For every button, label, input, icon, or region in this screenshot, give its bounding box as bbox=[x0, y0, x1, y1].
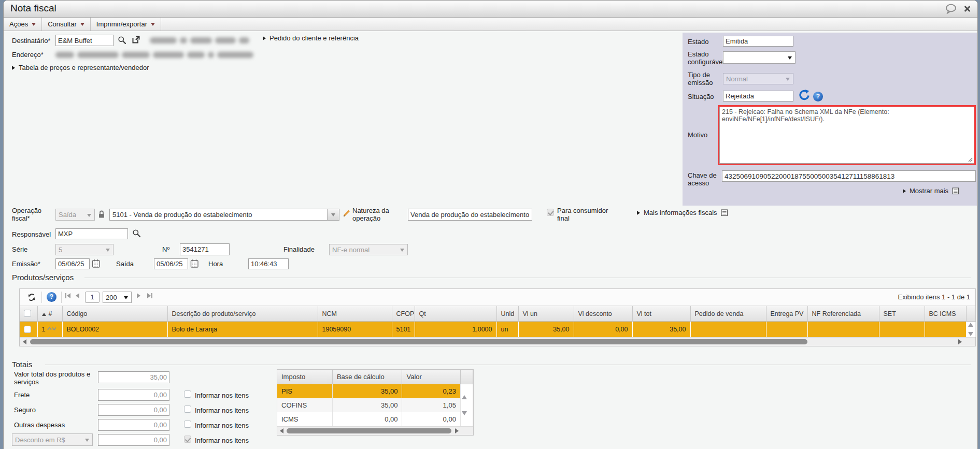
select-all-header[interactable] bbox=[20, 306, 37, 322]
col-header-vlun[interactable]: Vl un bbox=[518, 306, 574, 322]
menu-imprimir-exportar[interactable]: Imprimir/exportar bbox=[91, 18, 161, 31]
horizontal-scrollbar[interactable] bbox=[277, 426, 473, 435]
frete-input[interactable] bbox=[98, 389, 169, 401]
serie-select[interactable]: 5 bbox=[55, 244, 113, 255]
page-size-select[interactable]: 200 bbox=[103, 292, 132, 303]
calendar-icon[interactable] bbox=[190, 259, 199, 268]
last-page-button[interactable] bbox=[147, 293, 152, 298]
scroll-right-icon[interactable] bbox=[958, 339, 962, 344]
outras-despesas-informar-checkbox[interactable] bbox=[184, 421, 191, 428]
select-all-checkbox[interactable] bbox=[24, 310, 31, 317]
scrollbar-thumb[interactable] bbox=[287, 428, 451, 433]
valor-total-input[interactable] bbox=[98, 371, 169, 383]
first-page-button[interactable] bbox=[65, 293, 70, 298]
consumidor-final-checkbox[interactable] bbox=[547, 209, 554, 216]
col-header-entrega-pv[interactable]: Entrega PV bbox=[766, 306, 807, 322]
seguro-informar-checkbox[interactable] bbox=[184, 405, 191, 413]
col-header-pedido-venda[interactable]: Pedido de venda bbox=[690, 306, 766, 322]
natureza-operacao-input[interactable] bbox=[408, 209, 532, 221]
col-header-unid[interactable]: Unid bbox=[496, 306, 518, 322]
saida-input[interactable] bbox=[154, 258, 188, 269]
horizontal-scrollbar[interactable] bbox=[20, 337, 975, 346]
scroll-left-icon[interactable] bbox=[280, 428, 283, 433]
resize-handle[interactable] bbox=[968, 157, 973, 162]
next-page-button[interactable] bbox=[137, 293, 140, 298]
scroll-down-icon[interactable] bbox=[462, 411, 467, 423]
col-header-valor[interactable]: Valor bbox=[402, 370, 460, 384]
responsavel-input[interactable] bbox=[55, 228, 128, 239]
table-row[interactable]: PIS 35,00 0,23 bbox=[277, 384, 473, 399]
col-header-num[interactable]: # bbox=[37, 306, 62, 322]
scroll-down-icon[interactable] bbox=[968, 332, 973, 336]
operacao-tipo-select[interactable]: Saída bbox=[55, 209, 95, 221]
table-row[interactable]: ICMS 0,00 0,00 bbox=[277, 412, 473, 426]
col-header-set[interactable]: SET bbox=[879, 306, 925, 322]
col-header-nf-referenciada[interactable]: NF Referenciada bbox=[807, 306, 879, 322]
table-row[interactable]: 1 BOLO0002 Bolo de Laranja 19059090 5101… bbox=[20, 322, 975, 338]
destinatario-input[interactable] bbox=[55, 35, 113, 46]
col-header-qt[interactable]: Qt bbox=[415, 306, 496, 322]
motivo-label: Motivo bbox=[688, 131, 722, 139]
finalidade-select[interactable]: NF-e normal bbox=[329, 244, 408, 255]
chave-acesso-input[interactable] bbox=[722, 170, 976, 182]
estado-input[interactable] bbox=[723, 36, 793, 47]
help-icon[interactable]: ? bbox=[47, 292, 56, 302]
search-icon[interactable] bbox=[118, 36, 126, 45]
scroll-up-icon[interactable] bbox=[968, 323, 973, 327]
table-row[interactable]: COFINS 35,00 1,05 bbox=[277, 398, 473, 412]
tipo-emissao-select[interactable]: Normal bbox=[723, 73, 793, 84]
help-icon[interactable]: ? bbox=[813, 92, 823, 102]
seguro-input[interactable] bbox=[98, 404, 169, 416]
desconto-informar-checkbox[interactable] bbox=[184, 436, 191, 443]
col-header-codigo[interactable]: Código bbox=[62, 306, 167, 322]
col-header-cfop[interactable]: CFOP bbox=[392, 306, 415, 322]
col-header-vltot[interactable]: Vl tot bbox=[632, 306, 690, 322]
cfop-combobox[interactable]: 5101 - Venda de produção do estabelecime… bbox=[109, 209, 339, 221]
col-header-bc-icms[interactable]: BC ICMS bbox=[925, 306, 966, 322]
vertical-scrollbar[interactable] bbox=[460, 412, 473, 426]
desconto-input[interactable] bbox=[98, 434, 169, 446]
row-codigo: BOLO0002 bbox=[62, 322, 167, 338]
frete-label: Frete bbox=[14, 391, 30, 399]
emissao-input[interactable] bbox=[55, 258, 90, 269]
frete-informar-checkbox[interactable] bbox=[184, 390, 191, 398]
col-header-descricao[interactable]: Descrição do produto/serviço bbox=[167, 306, 318, 322]
link-pedido-cliente[interactable]: Pedido do cliente e referência bbox=[263, 34, 359, 42]
link-mais-informacoes-fiscais[interactable]: Mais informações fiscais bbox=[637, 209, 728, 216]
grid-refresh-icon[interactable] bbox=[27, 293, 36, 302]
search-icon[interactable] bbox=[132, 229, 141, 238]
scrollbar-thumb[interactable] bbox=[30, 339, 807, 344]
scroll-up-icon[interactable] bbox=[462, 387, 467, 399]
col-header-ncm[interactable]: NCM bbox=[318, 306, 392, 322]
estado-configuravel-select[interactable] bbox=[723, 51, 796, 64]
vertical-scrollbar[interactable] bbox=[966, 322, 975, 338]
outras-despesas-input[interactable] bbox=[98, 419, 169, 431]
refresh-icon[interactable] bbox=[798, 89, 810, 101]
link-tabela-precos[interactable]: Tabela de preços e representante/vendedo… bbox=[12, 64, 149, 71]
col-header-vldesconto[interactable]: Vl desconto bbox=[574, 306, 632, 322]
combo-dropdown-button[interactable] bbox=[327, 209, 339, 220]
menu-acoes[interactable]: Ações bbox=[4, 18, 42, 31]
page-number-input[interactable]: 1 bbox=[85, 292, 100, 303]
vertical-scrollbar[interactable] bbox=[460, 384, 473, 399]
col-header-base-calculo[interactable]: Base de cálculo bbox=[332, 370, 402, 384]
pencil-icon[interactable] bbox=[343, 209, 351, 218]
prev-page-button[interactable] bbox=[76, 293, 79, 298]
scroll-right-icon[interactable] bbox=[455, 428, 459, 433]
row-select-cell[interactable] bbox=[20, 322, 37, 338]
numero-input[interactable] bbox=[180, 243, 230, 255]
row-reorder-icons[interactable] bbox=[47, 326, 56, 331]
chat-bubble-icon[interactable] bbox=[945, 4, 958, 15]
external-link-icon[interactable] bbox=[131, 35, 141, 45]
menu-consultar[interactable]: Consultar bbox=[42, 18, 91, 31]
row-checkbox[interactable] bbox=[24, 326, 31, 333]
close-icon[interactable] bbox=[963, 5, 971, 13]
link-mostrar-mais[interactable]: Mostrar mais bbox=[903, 187, 959, 195]
motivo-textarea[interactable]: 215 - Rejeicao: Falha no Schema XML da N… bbox=[719, 107, 974, 164]
col-header-imposto[interactable]: Imposto bbox=[277, 370, 332, 384]
hora-input[interactable] bbox=[248, 258, 289, 269]
desconto-select[interactable]: Desconto em R$ bbox=[12, 433, 93, 446]
situacao-input[interactable] bbox=[723, 91, 793, 102]
calendar-icon[interactable] bbox=[92, 259, 101, 268]
scroll-left-icon[interactable] bbox=[23, 339, 26, 344]
